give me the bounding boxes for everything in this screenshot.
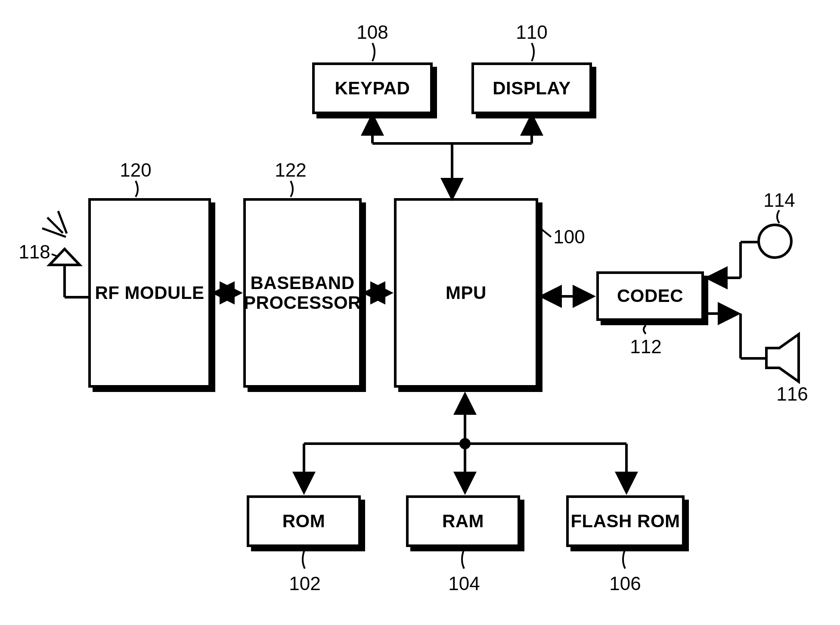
keypad-block: KEYPAD xyxy=(312,62,433,114)
memory-bus xyxy=(304,395,626,491)
codec-ref: 112 xyxy=(629,336,663,358)
ram-ref: 104 xyxy=(447,573,481,594)
rf-ref: 120 xyxy=(118,159,153,181)
rom-label: ROM xyxy=(282,511,325,531)
leader-keypad xyxy=(372,43,375,61)
leader-flash xyxy=(623,549,625,569)
leader-ram xyxy=(462,549,464,569)
rf-label: RF MODULE xyxy=(95,283,204,303)
speaker-icon xyxy=(704,314,799,382)
display-ref: 110 xyxy=(515,22,549,43)
baseband-label: BASEBAND PROCESSOR xyxy=(244,273,361,313)
display-label: DISPLAY xyxy=(493,78,571,98)
rf-block: RF MODULE xyxy=(88,198,211,388)
leader-rom xyxy=(303,549,305,569)
svg-point-13 xyxy=(759,225,791,258)
baseband-block: BASEBAND PROCESSOR xyxy=(243,198,362,388)
leader-display xyxy=(532,43,534,61)
mpu-block: MPU xyxy=(394,198,538,388)
display-block: DISPLAY xyxy=(471,62,592,114)
mpu-top-bus xyxy=(372,116,532,197)
rom-block: ROM xyxy=(247,495,361,547)
ram-block: RAM xyxy=(406,495,520,547)
codec-block: CODEC xyxy=(596,271,704,321)
codec-label: CODEC xyxy=(617,286,683,306)
mic-ref: 114 xyxy=(762,190,797,211)
flash-block: FLASH ROM xyxy=(566,495,685,547)
flash-label: FLASH ROM xyxy=(570,511,680,531)
leader-rf xyxy=(136,181,138,197)
leader-baseband xyxy=(291,181,293,197)
svg-marker-12 xyxy=(50,249,80,265)
mpu-ref: 100 xyxy=(552,226,586,248)
baseband-ref: 122 xyxy=(273,159,308,181)
diagram-canvas: KEYPAD 108 DISPLAY 110 RF MODULE 120 BAS… xyxy=(0,0,840,625)
rom-ref: 102 xyxy=(288,573,322,594)
leader-antenna xyxy=(52,254,59,257)
keypad-label: KEYPAD xyxy=(335,78,410,98)
keypad-ref: 108 xyxy=(355,22,390,43)
mpu-label: MPU xyxy=(446,283,487,303)
mic-icon xyxy=(708,225,791,278)
leader-mic xyxy=(777,210,779,223)
svg-point-5 xyxy=(461,439,469,448)
speaker-ref: 116 xyxy=(775,383,809,405)
flash-ref: 106 xyxy=(608,573,642,594)
antenna-ref: 118 xyxy=(17,241,52,263)
ram-label: RAM xyxy=(442,511,484,531)
leader-codec xyxy=(644,325,646,334)
